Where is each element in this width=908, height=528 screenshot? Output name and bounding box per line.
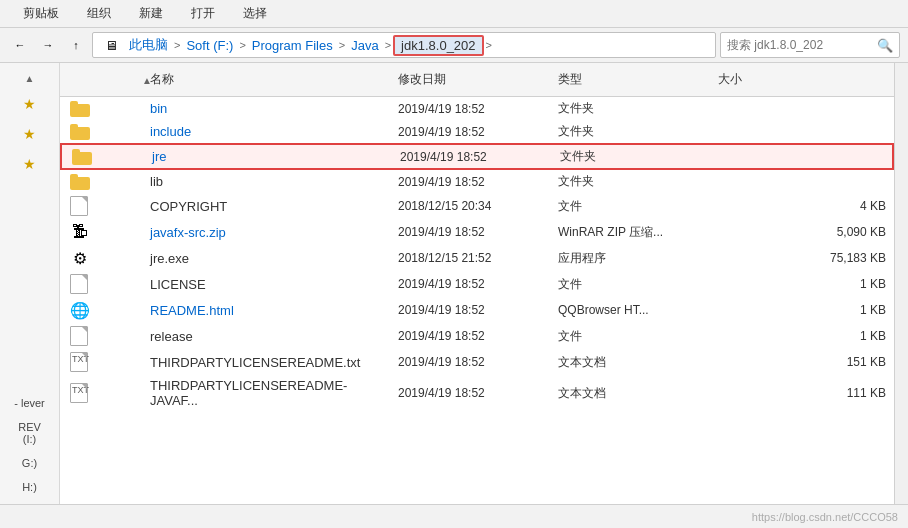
- tab-open[interactable]: 打开: [178, 0, 228, 27]
- table-row[interactable]: 🌐 README.html 2019/4/19 18:52 QQBrowser …: [60, 297, 894, 323]
- file-name[interactable]: jre: [152, 149, 392, 164]
- path-programfiles[interactable]: Program Files: [248, 36, 337, 55]
- sidebar-lever[interactable]: - lever: [8, 394, 51, 412]
- table-row[interactable]: COPYRIGHT 2018/12/15 20:34 文件 4 KB: [60, 193, 894, 219]
- file-icon: [70, 196, 88, 216]
- scrollbar[interactable]: [894, 63, 908, 504]
- tab-new[interactable]: 新建: [126, 0, 176, 27]
- file-type: 应用程序: [550, 250, 710, 267]
- tab-organize[interactable]: 组织: [74, 0, 124, 27]
- col-name-header[interactable]: 名称: [60, 67, 390, 92]
- file-size: 151 KB: [710, 355, 894, 369]
- file-type: 文本文档: [550, 385, 710, 402]
- file-size: 1 KB: [710, 277, 894, 291]
- sidebar-rev[interactable]: REV (I:): [4, 418, 55, 448]
- sidebar-pin1: ★: [4, 92, 55, 116]
- file-size: 4 KB: [710, 199, 894, 213]
- table-row[interactable]: include 2019/4/19 18:52 文件夹: [60, 120, 894, 143]
- table-row[interactable]: TXT THIRDPARTYLICENSEREADME.txt 2019/4/1…: [60, 349, 894, 375]
- file-icon-cell: [60, 196, 150, 216]
- file-icon-cell: [60, 326, 150, 346]
- path-this-pc[interactable]: 此电脑: [125, 34, 172, 56]
- file-type: 文件夹: [550, 100, 710, 117]
- sidebar-g[interactable]: G:): [16, 454, 43, 472]
- file-date: 2019/4/19 18:52: [390, 277, 550, 291]
- watermark: https://blog.csdn.net/CCCO58: [752, 511, 898, 523]
- file-name[interactable]: release: [150, 329, 390, 344]
- file-name[interactable]: lib: [150, 174, 390, 189]
- table-row[interactable]: LICENSE 2019/4/19 18:52 文件 1 KB: [60, 271, 894, 297]
- forward-button[interactable]: →: [36, 34, 60, 56]
- file-icon-cell: TXT: [60, 352, 150, 372]
- table-row[interactable]: jre 2019/4/19 18:52 文件夹: [60, 143, 894, 170]
- col-size-header[interactable]: 大小: [710, 67, 894, 92]
- file-area: ▲ 名称 修改日期 类型 大小 bin 2019/4/19 18:52 文件夹 …: [60, 63, 894, 504]
- search-input[interactable]: [727, 38, 873, 52]
- table-row[interactable]: TXT THIRDPARTYLICENSEREADME-JAVAF... 201…: [60, 375, 894, 411]
- file-type: 文件夹: [550, 123, 710, 140]
- folder-icon: [70, 174, 90, 190]
- tab-clipboard[interactable]: 剪贴板: [10, 0, 72, 27]
- file-size: 5,090 KB: [710, 225, 894, 239]
- back-button[interactable]: ←: [8, 34, 32, 56]
- file-date: 2019/4/19 18:52: [390, 386, 550, 400]
- address-path: 🖥 此电脑 > Soft (F:) > Program Files > Java…: [92, 32, 716, 58]
- file-name[interactable]: THIRDPARTYLICENSEREADME-JAVAF...: [150, 378, 390, 408]
- file-type: 文件: [550, 276, 710, 293]
- column-header: ▲ 名称 修改日期 类型 大小: [60, 63, 894, 97]
- file-date: 2019/4/19 18:52: [390, 102, 550, 116]
- file-type: 文件夹: [552, 148, 712, 165]
- file-name[interactable]: jre.exe: [150, 251, 390, 266]
- file-icon-cell: TXT: [60, 383, 150, 403]
- table-row[interactable]: release 2019/4/19 18:52 文件 1 KB: [60, 323, 894, 349]
- file-name[interactable]: COPYRIGHT: [150, 199, 390, 214]
- col-date-header[interactable]: 修改日期: [390, 67, 550, 92]
- tab-select[interactable]: 选择: [230, 0, 280, 27]
- col-type-header[interactable]: 类型: [550, 67, 710, 92]
- file-icon-cell: [60, 274, 150, 294]
- sep5: >: [486, 39, 492, 51]
- file-size: 75,183 KB: [710, 251, 894, 265]
- zip-icon: 🗜: [70, 222, 90, 242]
- up-button[interactable]: ↑: [64, 34, 88, 56]
- address-bar: ← → ↑ 🖥 此电脑 > Soft (F:) > Program Files …: [0, 28, 908, 63]
- table-row[interactable]: 🗜 javafx-src.zip 2019/4/19 18:52 WinRAR …: [60, 219, 894, 245]
- file-icon-cell: ⚙: [60, 248, 150, 268]
- search-box[interactable]: 🔍: [720, 32, 900, 58]
- table-row[interactable]: ⚙ jre.exe 2018/12/15 21:52 应用程序 75,183 K…: [60, 245, 894, 271]
- path-java[interactable]: Java: [347, 36, 382, 55]
- folder-icon: [72, 149, 92, 165]
- file-date: 2019/4/19 18:52: [390, 329, 550, 343]
- file-date: 2018/12/15 20:34: [390, 199, 550, 213]
- file-name[interactable]: bin: [150, 101, 390, 116]
- scroll-up-indicator[interactable]: ▲: [23, 71, 37, 86]
- file-size: 111 KB: [710, 386, 894, 400]
- sep4: >: [385, 39, 391, 51]
- file-date: 2018/12/15 21:52: [390, 251, 550, 265]
- path-soft[interactable]: Soft (F:): [182, 36, 237, 55]
- file-size: 1 KB: [710, 329, 894, 343]
- file-name[interactable]: THIRDPARTYLICENSEREADME.txt: [150, 355, 390, 370]
- html-icon: 🌐: [70, 300, 90, 320]
- file-name[interactable]: javafx-src.zip: [150, 225, 390, 240]
- file-icon-cell: 🗜: [60, 222, 150, 242]
- file-list: bin 2019/4/19 18:52 文件夹 include 2019/4/1…: [60, 97, 894, 504]
- file-type: 文件夹: [550, 173, 710, 190]
- path-current-folder[interactable]: jdk1.8.0_202: [393, 35, 483, 56]
- status-bar: https://blog.csdn.net/CCCO58: [0, 504, 908, 528]
- ribbon-tabs: 剪贴板 组织 新建 打开 选择: [0, 0, 908, 27]
- file-name[interactable]: README.html: [150, 303, 390, 318]
- file-date: 2019/4/19 18:52: [390, 303, 550, 317]
- txt-icon: TXT: [70, 383, 88, 403]
- table-row[interactable]: bin 2019/4/19 18:52 文件夹: [60, 97, 894, 120]
- file-size: 1 KB: [710, 303, 894, 317]
- file-name[interactable]: LICENSE: [150, 277, 390, 292]
- file-date: 2019/4/19 18:52: [390, 355, 550, 369]
- file-type: WinRAR ZIP 压缩...: [550, 224, 710, 241]
- sort-arrow: ▲: [142, 74, 152, 85]
- sidebar-h[interactable]: H:): [16, 478, 43, 496]
- sep1: >: [174, 39, 180, 51]
- file-name[interactable]: include: [150, 124, 390, 139]
- txt-icon: TXT: [70, 352, 88, 372]
- table-row[interactable]: lib 2019/4/19 18:52 文件夹: [60, 170, 894, 193]
